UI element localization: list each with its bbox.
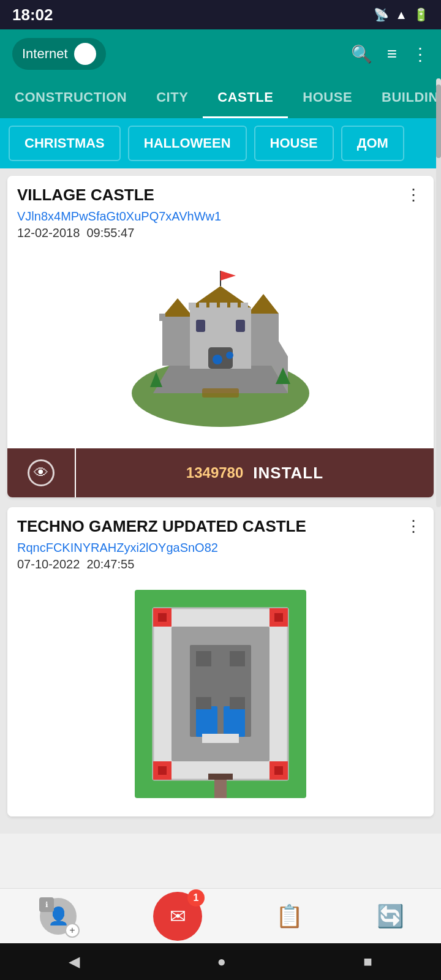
scroll-track[interactable] — [436, 78, 441, 507]
card-date-1: 12-02-2018 09:55:47 — [7, 224, 144, 244]
card-village-castle: VILLAGE CASTLE ⋮ VJln8x4MPwSfaGt0XuPQ7xA… — [7, 176, 434, 497]
svg-rect-39 — [158, 613, 167, 622]
chip-christmas[interactable]: CHRISTMAS — [9, 126, 121, 161]
install-button-1[interactable]: 1349780 INSTALL — [76, 448, 434, 497]
svg-rect-44 — [214, 780, 227, 798]
clipboard-icon: 📋 — [276, 903, 303, 929]
recent-button[interactable]: ■ — [363, 953, 372, 970]
svg-marker-5 — [162, 298, 193, 317]
info-icon: ℹ — [45, 900, 48, 909]
card-techno-castle: TECHNO GAMERZ UPDATED CASTLE ⋮ RqncFCKIN… — [7, 507, 434, 816]
app-bar: Internet 🔍 ≡ ⋮ — [0, 29, 441, 78]
castle-topdown-svg — [129, 578, 312, 810]
svg-rect-48 — [230, 697, 245, 709]
chip-house[interactable]: HOUSE — [254, 126, 334, 161]
nav-add-user[interactable]: 👤 + ℹ — [37, 895, 80, 938]
toggle-label: Internet — [22, 46, 68, 62]
svg-rect-34 — [202, 734, 239, 743]
card-image-1 — [7, 240, 434, 448]
chip-halloween[interactable]: HALLOWEEN — [128, 126, 247, 161]
svg-rect-19 — [196, 320, 205, 332]
toggle-knob[interactable] — [74, 43, 96, 65]
svg-marker-9 — [248, 294, 279, 314]
svg-rect-4 — [162, 317, 193, 366]
svg-rect-17 — [241, 303, 248, 310]
svg-rect-8 — [248, 314, 279, 366]
content-area: VILLAGE CASTLE ⋮ VJln8x4MPwSfaGt0XuPQ7xA… — [0, 168, 441, 834]
nav-mail[interactable]: ✉ 1 — [153, 892, 202, 941]
mail-badge: 1 — [187, 889, 205, 907]
svg-rect-43 — [208, 774, 233, 780]
svg-marker-22 — [221, 271, 236, 281]
svg-rect-27 — [202, 388, 239, 398]
filter-icon[interactable]: ≡ — [387, 44, 397, 64]
nav-clipboard[interactable]: 📋 — [276, 903, 303, 929]
search-icon[interactable]: 🔍 — [351, 44, 372, 64]
svg-rect-16 — [230, 303, 238, 310]
tab-construction[interactable]: CONSTRUCTION — [0, 78, 141, 118]
svg-rect-47 — [196, 697, 211, 709]
plus-icon: + — [69, 925, 75, 936]
svg-rect-42 — [274, 766, 283, 775]
sub-chips: CHRISTMAS HALLOWEEN HOUSE ДОМ — [0, 118, 441, 168]
svg-rect-14 — [209, 303, 217, 310]
refresh-icon: 🔄 — [377, 903, 404, 929]
card-date-2: 07-10-2022 20:47:55 — [7, 555, 144, 576]
tab-house[interactable]: HOUSE — [288, 78, 367, 118]
svg-rect-12 — [189, 303, 196, 310]
internet-toggle[interactable]: Internet — [12, 38, 106, 70]
install-count-1: 1349780 — [186, 464, 243, 481]
svg-rect-46 — [230, 651, 245, 666]
svg-rect-13 — [199, 303, 206, 310]
chip-dom[interactable]: ДОМ — [341, 126, 404, 161]
svg-rect-40 — [274, 613, 283, 622]
status-bar: 18:02 📡 ▲ 🔋 — [0, 0, 441, 29]
view-button-1[interactable]: 👁 — [7, 448, 75, 497]
castle-3d-svg — [123, 252, 318, 436]
svg-rect-33 — [224, 706, 245, 737]
back-button[interactable]: ◀ — [69, 953, 80, 970]
tab-castle[interactable]: CASTLE — [203, 78, 288, 118]
svg-rect-6 — [159, 314, 165, 321]
card-menu-2[interactable]: ⋮ — [403, 517, 424, 536]
card-menu-1[interactable]: ⋮ — [403, 186, 424, 205]
category-tabs: CONSTRUCTION CITY CASTLE HOUSE BUILDINGS — [0, 78, 441, 118]
svg-point-26 — [226, 352, 233, 359]
battery-icon: 🔋 — [413, 7, 429, 22]
card-header-1: VILLAGE CASTLE ⋮ — [7, 176, 434, 209]
svg-rect-45 — [196, 651, 211, 666]
system-nav: ◀ ● ■ — [0, 943, 441, 980]
status-time: 18:02 — [12, 6, 53, 24]
scroll-thumb[interactable] — [436, 85, 441, 158]
tab-city[interactable]: CITY — [141, 78, 203, 118]
nav-refresh[interactable]: 🔄 — [377, 903, 404, 929]
app-bar-icons: 🔍 ≡ ⋮ — [351, 44, 429, 64]
install-label-1: INSTALL — [253, 464, 323, 483]
wifi-icon: ▲ — [395, 8, 407, 22]
card-title-2: TECHNO GAMERZ UPDATED CASTLE — [17, 517, 403, 536]
card-footer-1: 👁 1349780 INSTALL — [7, 448, 434, 497]
eye-icon-1: 👁 — [28, 459, 55, 486]
bottom-nav: 👤 + ℹ ✉ 1 📋 🔄 — [0, 888, 441, 943]
tab-buildings[interactable]: BUILDINGS — [367, 78, 441, 118]
home-button[interactable]: ● — [217, 953, 226, 970]
svg-rect-32 — [196, 706, 217, 737]
card-image-2 — [7, 571, 434, 816]
card-header-2: TECHNO GAMERZ UPDATED CASTLE ⋮ — [7, 507, 434, 541]
svg-rect-20 — [236, 320, 245, 332]
svg-rect-41 — [158, 766, 167, 775]
svg-rect-15 — [220, 303, 227, 310]
svg-point-25 — [213, 355, 222, 364]
cast-icon: 📡 — [374, 7, 389, 22]
card-title-1: VILLAGE CASTLE — [17, 186, 403, 205]
more-icon[interactable]: ⋮ — [412, 44, 429, 64]
status-icons: 📡 ▲ 🔋 — [374, 7, 429, 22]
